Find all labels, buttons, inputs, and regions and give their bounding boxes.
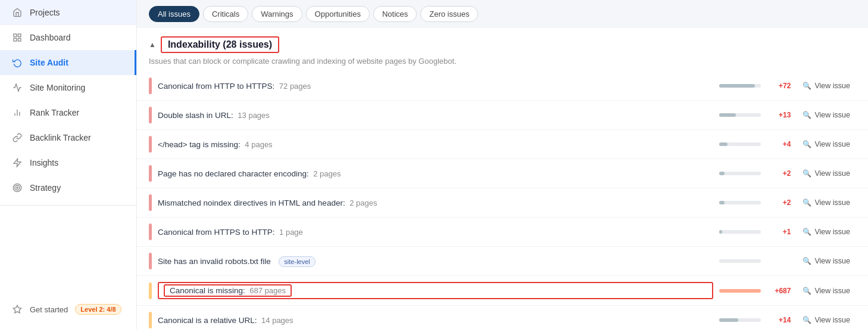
view-issue-button[interactable]: 🔍View issue [797, 254, 856, 268]
issue-bar [719, 142, 761, 146]
table-row: Canonical from HTTP to HTTPS: 72 pages +… [137, 72, 868, 101]
issue-bar [719, 201, 761, 204]
sidebar-bottom: Get started Level 2: 4/8 [0, 292, 136, 329]
section-header: ▲ Indexability (28 issues) [137, 28, 868, 57]
issue-severity-indicator [149, 224, 152, 240]
issue-label: Mismatched noindex directives in HTML an… [158, 198, 713, 207]
tab-zero-issues[interactable]: Zero issues [420, 6, 478, 22]
table-row: Mismatched noindex directives in HTML an… [137, 188, 868, 218]
search-icon: 🔍 [803, 198, 811, 207]
table-row: Site has an invalid robots.txt file site… [137, 247, 868, 276]
issue-bar [719, 113, 761, 117]
search-icon: 🔍 [803, 287, 811, 295]
issue-severity-indicator [149, 253, 152, 269]
tab-all-issues[interactable]: All issues [149, 6, 199, 22]
issue-bar [719, 230, 761, 234]
view-issue-button[interactable]: 🔍View issue [797, 225, 856, 238]
sidebar-item-label: Site Audit [30, 58, 68, 67]
issue-count: +13 [767, 111, 791, 119]
tab-criticals[interactable]: Criticals [203, 6, 248, 22]
link-icon [12, 132, 23, 143]
main-content: All issues Criticals Warnings Opportunit… [137, 0, 868, 329]
sidebar-item-label: Insights [30, 158, 58, 167]
issue-label: Canonical is a relative URL: 14 pages [158, 316, 713, 325]
search-icon: 🔍 [803, 82, 811, 90]
table-row: </head> tag is missing: 4 pages +4 🔍View… [137, 130, 868, 159]
get-started-item[interactable]: Get started Level 2: 4/8 [12, 299, 124, 319]
svg-rect-0 [14, 34, 17, 37]
grid-icon [12, 32, 23, 43]
svg-marker-11 [13, 305, 21, 313]
tab-opportunities[interactable]: Opportunities [306, 6, 370, 22]
search-icon: 🔍 [803, 140, 811, 148]
chevron-up-icon[interactable]: ▲ [149, 41, 156, 49]
issue-count: +4 [767, 140, 791, 148]
table-row: Canonical from HTTPS to HTTP: 1 page +1 … [137, 218, 868, 247]
table-row: Page has no declared character encoding:… [137, 159, 868, 188]
issue-bar [719, 172, 761, 175]
search-icon: 🔍 [803, 111, 811, 119]
issue-count: +72 [767, 82, 791, 90]
sidebar-item-site-audit[interactable]: Site Audit [0, 50, 136, 75]
view-issue-button[interactable]: 🔍View issue [797, 196, 856, 209]
target-icon [12, 182, 23, 193]
bar-chart-icon [12, 107, 23, 118]
sidebar-item-label: Backlink Tracker [30, 133, 91, 142]
svg-rect-1 [18, 34, 21, 37]
issue-label: </head> tag is missing: 4 pages [158, 140, 713, 149]
sidebar-item-label: Site Monitoring [30, 83, 85, 92]
table-row: Canonical is a relative URL: 14 pages +1… [137, 306, 868, 329]
view-issue-button[interactable]: 🔍View issue [797, 108, 856, 122]
sidebar-item-backlink-tracker[interactable]: Backlink Tracker [0, 125, 136, 150]
svg-marker-7 [14, 159, 21, 166]
issue-severity-indicator [149, 283, 152, 299]
site-level-badge: site-level [279, 256, 315, 267]
view-issue-button[interactable]: 🔍View issue [797, 284, 856, 297]
sidebar-item-site-monitoring[interactable]: Site Monitoring [0, 75, 136, 100]
issue-label: Canonical from HTTPS to HTTP: 1 page [158, 228, 713, 237]
sidebar-item-strategy[interactable]: Strategy [0, 175, 136, 200]
issue-label: Page has no declared character encoding:… [158, 169, 713, 178]
search-icon: 🔍 [803, 169, 811, 178]
diamond-icon [12, 304, 23, 315]
svg-point-9 [15, 185, 20, 190]
view-issue-button[interactable]: 🔍View issue [797, 314, 856, 327]
table-row: Canonical is missing: 687 pages +687 🔍Vi… [137, 276, 868, 306]
svg-point-10 [17, 187, 18, 189]
view-issue-button[interactable]: 🔍View issue [797, 138, 856, 151]
issue-bar [719, 318, 761, 322]
sidebar: Projects Dashboard Site Audit Site Monit… [0, 0, 137, 329]
get-started-label: Get started [30, 305, 68, 314]
filter-tabs: All issues Criticals Warnings Opportunit… [137, 0, 868, 28]
sidebar-item-rank-tracker[interactable]: Rank Tracker [0, 100, 136, 125]
sidebar-item-dashboard[interactable]: Dashboard [0, 25, 136, 50]
issue-label: Site has an invalid robots.txt file site… [158, 257, 713, 266]
sidebar-item-projects[interactable]: Projects [0, 0, 136, 25]
section-description: Issues that can block or complicate craw… [137, 57, 868, 72]
view-issue-button[interactable]: 🔍View issue [797, 79, 856, 92]
svg-rect-2 [14, 38, 17, 41]
tab-notices[interactable]: Notices [373, 6, 417, 22]
issue-bar [719, 289, 761, 293]
issue-severity-indicator [149, 194, 152, 211]
issues-panel: ▲ Indexability (28 issues) Issues that c… [137, 28, 868, 329]
tab-warnings[interactable]: Warnings [252, 6, 302, 22]
issue-severity-indicator [149, 77, 152, 94]
issue-count: +14 [767, 316, 791, 324]
sidebar-item-label: Dashboard [30, 33, 71, 42]
issue-count: +2 [767, 169, 791, 178]
search-icon: 🔍 [803, 257, 811, 265]
issue-label: Double slash in URL: 13 pages [158, 111, 713, 120]
highlighted-issue-label: Canonical is missing: 687 pages [164, 284, 292, 297]
issue-label: Canonical from HTTP to HTTPS: 72 pages [158, 82, 713, 91]
issue-count: +2 [767, 198, 791, 207]
view-issue-button[interactable]: 🔍View issue [797, 167, 856, 180]
zap-icon [12, 157, 23, 168]
level-badge: Level 2: 4/8 [75, 304, 121, 315]
table-row: Double slash in URL: 13 pages +13 🔍View … [137, 101, 868, 130]
issue-bar [719, 84, 761, 88]
sidebar-item-insights[interactable]: Insights [0, 150, 136, 175]
search-icon: 🔍 [803, 316, 811, 324]
issue-severity-indicator [149, 136, 152, 153]
issue-bar [719, 259, 761, 263]
